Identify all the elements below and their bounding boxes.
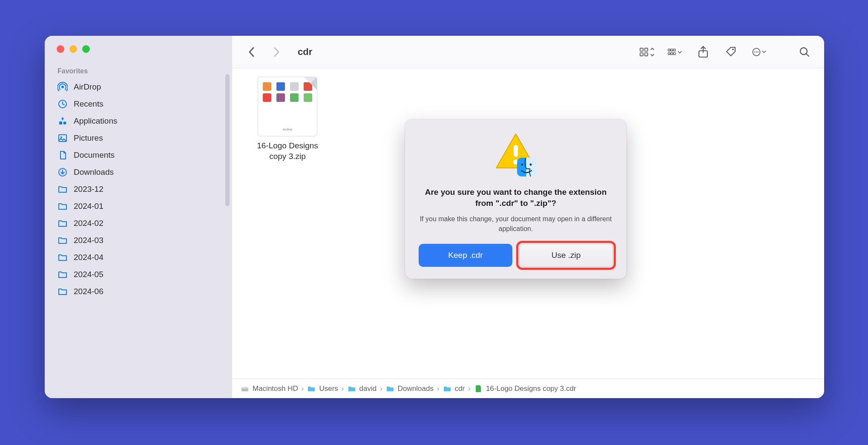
folder-icon xyxy=(57,218,68,228)
sidebar-item-applications[interactable]: Applications xyxy=(45,113,232,130)
sidebar-scrollbar[interactable] xyxy=(225,74,230,206)
folder-title: cdr xyxy=(298,46,312,58)
svg-rect-29 xyxy=(241,387,248,389)
breadcrumb-david[interactable]: david xyxy=(348,384,377,393)
group-by-button[interactable] xyxy=(667,44,683,60)
picture-icon xyxy=(57,133,68,143)
sidebar-item-2023-12[interactable]: 2023-12 xyxy=(45,181,232,198)
folder-icon xyxy=(386,384,394,393)
toolbar: cdr xyxy=(232,36,824,68)
sidebar-section-title: Favorites xyxy=(45,65,232,78)
dialog-icon xyxy=(492,132,539,179)
keep-extension-button[interactable]: Keep .cdr xyxy=(419,244,512,267)
sidebar-item-2024-02[interactable]: 2024-02 xyxy=(45,215,232,232)
download-icon xyxy=(57,167,68,177)
share-button[interactable] xyxy=(696,44,711,60)
breadcrumb-downloads[interactable]: Downloads xyxy=(386,384,434,393)
forward-button[interactable] xyxy=(269,44,284,60)
breadcrumb-cdr[interactable]: cdr xyxy=(443,384,465,393)
airdrop-icon xyxy=(57,82,68,92)
svg-rect-14 xyxy=(671,52,673,55)
folder-icon xyxy=(57,184,68,194)
sidebar-item-2024-06[interactable]: 2024-06 xyxy=(45,283,232,300)
breadcrumb-label: cdr xyxy=(455,384,465,393)
window-controls xyxy=(45,45,232,53)
sidebar-item-label: 2024-03 xyxy=(74,236,103,245)
breadcrumb-separator: › xyxy=(302,384,304,393)
sidebar-item-label: Applications xyxy=(74,116,117,126)
folder-icon xyxy=(57,252,68,263)
sidebar-item-pictures[interactable]: Pictures xyxy=(45,130,232,147)
sidebar-item-recents[interactable]: Recents xyxy=(45,95,232,113)
breadcrumb-separator: › xyxy=(380,384,382,393)
sidebar-item-2024-05[interactable]: 2024-05 xyxy=(45,266,232,283)
folder-icon xyxy=(348,384,356,393)
breadcrumb-label: Downloads xyxy=(398,384,434,393)
rename-extension-dialog: Are you sure you want to change the exte… xyxy=(405,119,627,279)
breadcrumb-separator: › xyxy=(342,384,344,393)
action-menu-button[interactable] xyxy=(752,44,767,60)
file-name[interactable]: 16-Logo Designs copy 3.zip xyxy=(245,141,330,162)
breadcrumb-16-logo-designs-copy-3-cdr[interactable]: 16-Logo Designs copy 3.cdr xyxy=(474,384,576,393)
svg-point-27 xyxy=(530,164,532,166)
dialog-message: If you make this change, your document m… xyxy=(419,214,613,234)
breadcrumb-macintosh-hd[interactable]: Macintosh HD xyxy=(241,384,298,393)
finder-icon xyxy=(516,157,537,177)
svg-rect-15 xyxy=(673,52,675,55)
breadcrumb-separator: › xyxy=(437,384,440,393)
breadcrumb-label: 16-Logo Designs copy 3.cdr xyxy=(486,384,576,393)
breadcrumb-separator: › xyxy=(468,384,471,393)
svg-point-26 xyxy=(521,164,523,166)
breadcrumb-label: Macintosh HD xyxy=(253,384,298,393)
svg-point-19 xyxy=(754,51,756,52)
svg-rect-23 xyxy=(514,145,518,157)
folder-icon xyxy=(307,384,316,393)
svg-point-20 xyxy=(756,51,757,52)
sidebar-item-label: 2024-01 xyxy=(74,202,103,211)
svg-point-2 xyxy=(63,121,66,124)
folder-icon xyxy=(443,384,451,393)
sidebar-item-label: 2023-12 xyxy=(74,185,103,194)
sidebar-item-airdrop[interactable]: AirDrop xyxy=(45,78,232,95)
close-window-button[interactable] xyxy=(57,45,64,53)
sidebar-item-2024-04[interactable]: 2024-04 xyxy=(45,249,232,266)
sidebar-item-label: Pictures xyxy=(74,133,103,143)
svg-rect-11 xyxy=(671,49,673,51)
sidebar-item-downloads[interactable]: Downloads xyxy=(45,164,232,181)
svg-rect-9 xyxy=(645,52,648,55)
sidebar-item-2024-01[interactable]: 2024-01 xyxy=(45,198,232,215)
svg-point-4 xyxy=(60,136,62,138)
content-area[interactable]: archive 16-Logo Designs copy 3.zip xyxy=(232,68,824,379)
svg-rect-8 xyxy=(640,52,643,55)
breadcrumb-users[interactable]: Users xyxy=(307,384,338,393)
use-extension-button[interactable]: Use .zip xyxy=(519,244,613,267)
svg-rect-13 xyxy=(668,52,670,55)
sidebar-item-2024-03[interactable]: 2024-03 xyxy=(45,232,232,249)
search-button[interactable] xyxy=(797,44,812,60)
sidebar-item-label: 2024-06 xyxy=(74,287,103,296)
sidebar-item-label: Recents xyxy=(74,99,103,109)
sidebar-item-label: AirDrop xyxy=(74,82,101,92)
clock-icon xyxy=(57,99,68,109)
folder-icon xyxy=(57,286,68,297)
breadcrumb-label: Users xyxy=(319,384,338,393)
doc-icon xyxy=(57,150,68,160)
sidebar: Favorites AirDropRecentsApplicationsPict… xyxy=(45,36,232,398)
view-mode-button[interactable] xyxy=(639,44,655,60)
zoom-window-button[interactable] xyxy=(82,45,90,53)
file-item[interactable]: archive 16-Logo Designs copy 3.zip xyxy=(245,77,330,162)
minimize-window-button[interactable] xyxy=(69,45,77,53)
svg-rect-12 xyxy=(673,49,675,51)
folder-icon xyxy=(57,269,68,280)
svg-point-0 xyxy=(61,86,64,88)
dialog-title: Are you sure you want to change the exte… xyxy=(419,187,613,208)
svg-rect-7 xyxy=(645,48,648,51)
sidebar-item-label: Downloads xyxy=(74,168,114,177)
sidebar-item-label: 2024-04 xyxy=(74,253,103,262)
back-button[interactable] xyxy=(244,44,259,60)
sidebar-item-documents[interactable]: Documents xyxy=(45,147,232,164)
disk-icon xyxy=(241,384,249,393)
sidebar-list: AirDropRecentsApplicationsPicturesDocume… xyxy=(45,78,232,300)
tags-button[interactable] xyxy=(724,44,739,60)
svg-point-21 xyxy=(758,51,759,52)
